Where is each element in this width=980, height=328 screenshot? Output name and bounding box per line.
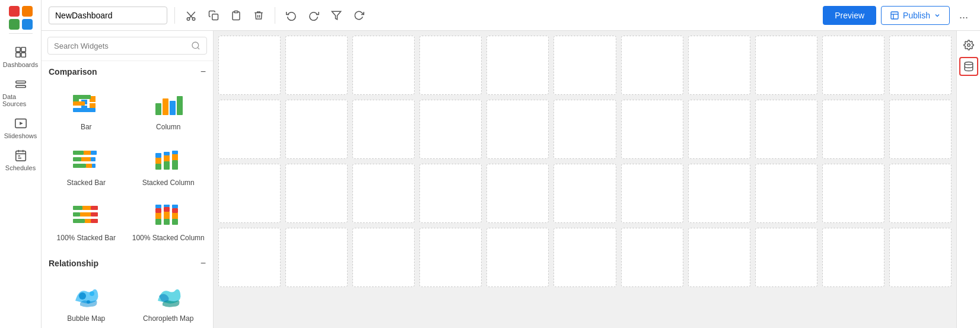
sidebar-item-data-sources[interactable]: Data Sources xyxy=(0,73,41,112)
widget-panel: Comparison − xyxy=(42,31,214,328)
100-stacked-column-widget-item[interactable]: 100% Stacked Column xyxy=(129,195,209,248)
canvas-cell xyxy=(755,36,817,95)
svg-rect-74 xyxy=(155,208,161,213)
sidebar-item-dashboards[interactable]: Dashboards xyxy=(0,41,41,73)
column-widget-item[interactable]: Column xyxy=(129,84,209,137)
canvas-grid xyxy=(218,36,952,287)
svg-line-31 xyxy=(198,47,199,49)
bubble-map-widget-item[interactable]: Bubble Map xyxy=(46,275,126,328)
sidebar-item-data-sources-label: Data Sources xyxy=(2,93,39,107)
svg-rect-55 xyxy=(155,158,161,164)
canvas-cell xyxy=(486,36,549,95)
settings-button[interactable] xyxy=(959,36,978,55)
svg-rect-76 xyxy=(164,219,170,225)
svg-rect-37 xyxy=(90,103,96,108)
100-stacked-bar-widget-item[interactable]: 100% Stacked Bar xyxy=(46,195,126,248)
svg-point-21 xyxy=(192,17,195,20)
svg-rect-0 xyxy=(9,6,20,17)
paste-button[interactable] xyxy=(227,7,245,24)
canvas-cell xyxy=(688,36,750,95)
cut-button[interactable] xyxy=(182,7,200,24)
svg-rect-56 xyxy=(155,153,161,158)
comparison-section-header: Comparison − xyxy=(42,61,213,81)
filter-button[interactable] xyxy=(327,7,345,24)
comparison-collapse-button[interactable]: − xyxy=(201,67,206,77)
svg-rect-1 xyxy=(22,6,33,17)
stacked-column-widget-item[interactable]: Stacked Column xyxy=(129,139,209,193)
canvas-cell xyxy=(621,100,683,159)
svg-rect-77 xyxy=(164,212,170,219)
choropleth-map-widget-label: Choropleth Map xyxy=(143,314,193,324)
svg-rect-67 xyxy=(80,212,91,216)
column-widget-label: Column xyxy=(156,123,180,132)
svg-rect-72 xyxy=(155,219,161,225)
svg-rect-41 xyxy=(155,103,161,115)
svg-rect-49 xyxy=(81,157,91,161)
bubble-map-widget-label: Bubble Map xyxy=(67,314,105,324)
sidebar-item-dashboards-label: Dashboards xyxy=(3,61,38,68)
refresh-button[interactable] xyxy=(350,7,368,24)
dashboard-name-input[interactable] xyxy=(49,7,167,24)
svg-rect-45 xyxy=(73,151,84,155)
svg-rect-64 xyxy=(82,206,91,210)
app-logo xyxy=(8,5,34,33)
sidebar-item-slideshows[interactable]: Slideshows xyxy=(0,112,41,144)
content-area: Comparison − xyxy=(42,31,980,328)
database-icon xyxy=(963,61,974,72)
canvas-cell xyxy=(553,100,616,159)
svg-point-86 xyxy=(87,300,90,304)
bar-widget-item[interactable]: Bar xyxy=(46,84,126,137)
data-source-panel-button[interactable] xyxy=(959,57,978,76)
search-input[interactable] xyxy=(54,42,186,50)
preview-button[interactable]: Preview xyxy=(823,6,876,25)
svg-rect-80 xyxy=(172,219,178,225)
svg-rect-78 xyxy=(164,207,170,212)
left-navigation: Dashboards Data Sources Slideshows Sched… xyxy=(0,0,42,328)
svg-rect-40 xyxy=(73,108,96,112)
toolbar-divider-1 xyxy=(174,7,175,24)
choropleth-map-chart-icon xyxy=(151,281,186,311)
svg-point-88 xyxy=(965,62,973,65)
more-options-button[interactable]: ... xyxy=(954,5,973,25)
svg-rect-8 xyxy=(15,81,26,84)
canvas-cell xyxy=(755,164,817,223)
canvas-cell xyxy=(419,164,482,223)
svg-point-87 xyxy=(967,44,970,47)
svg-rect-59 xyxy=(164,152,170,155)
canvas-cell xyxy=(621,228,683,287)
canvas-cell xyxy=(822,164,884,223)
svg-rect-7 xyxy=(21,53,25,57)
svg-rect-73 xyxy=(155,213,161,219)
stacked-bar-widget-item[interactable]: Stacked Bar xyxy=(46,139,126,193)
svg-marker-13 xyxy=(20,122,23,125)
publish-button[interactable]: Publish xyxy=(881,6,950,25)
canvas-area[interactable] xyxy=(214,31,956,328)
stacked-bar-chart-icon xyxy=(68,145,104,175)
canvas-cell xyxy=(822,100,884,159)
comparison-label: Comparison xyxy=(49,67,97,77)
svg-rect-47 xyxy=(91,151,97,155)
stacked-column-chart-icon xyxy=(151,145,186,175)
sidebar-item-schedules[interactable]: Schedules xyxy=(0,144,41,176)
right-sidebar xyxy=(956,31,980,328)
bar-chart-icon xyxy=(68,90,104,119)
svg-rect-46 xyxy=(84,151,91,155)
svg-rect-53 xyxy=(92,164,96,168)
delete-button[interactable] xyxy=(250,7,268,24)
canvas-cell xyxy=(218,36,281,95)
svg-rect-57 xyxy=(164,161,170,170)
copy-button[interactable] xyxy=(205,7,222,24)
undo-button[interactable] xyxy=(282,7,300,24)
svg-rect-4 xyxy=(15,47,20,52)
choropleth-map-widget-item[interactable]: Choropleth Map xyxy=(129,275,209,328)
relationship-collapse-button[interactable]: − xyxy=(201,259,206,268)
canvas-cell xyxy=(285,36,348,95)
svg-rect-65 xyxy=(91,206,98,210)
redo-button[interactable] xyxy=(305,7,323,24)
canvas-cell xyxy=(553,164,616,223)
bubble-map-chart-icon xyxy=(68,281,104,311)
svg-rect-60 xyxy=(172,160,178,170)
sidebar-item-slideshows-label: Slideshows xyxy=(4,132,37,139)
search-icon xyxy=(191,41,201,50)
canvas-cell xyxy=(486,164,549,223)
